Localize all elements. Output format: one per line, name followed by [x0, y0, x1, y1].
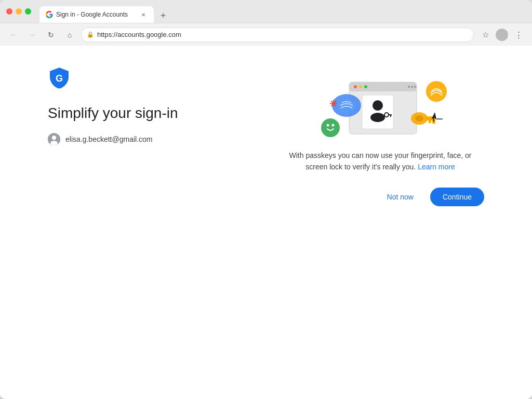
- browser-tab-active[interactable]: Sign in - Google Accounts ✕: [39, 6, 154, 23]
- tab-favicon-icon: [46, 11, 53, 18]
- lock-icon: 🔒: [87, 31, 94, 38]
- user-row: elisa.g.beckett@gmail.com: [48, 133, 245, 145]
- continue-button[interactable]: Continue: [430, 188, 484, 206]
- svg-point-21: [415, 115, 423, 122]
- svg-point-26: [321, 118, 340, 137]
- user-avatar: [48, 133, 60, 145]
- tab-title: Sign in - Google Accounts: [56, 11, 136, 18]
- page-inner: G Simplify your sign-in elisa.g.beckett@…: [17, 46, 515, 227]
- svg-rect-12: [362, 95, 393, 129]
- svg-point-27: [327, 124, 329, 127]
- svg-point-6: [354, 85, 357, 88]
- new-tab-button[interactable]: +: [156, 8, 170, 23]
- title-bar: Sign in - Google Accounts ✕ +: [0, 0, 532, 23]
- left-panel: G Simplify your sign-in elisa.g.beckett@…: [48, 66, 245, 162]
- address-bar[interactable]: 🔒 https://accounts.google.com: [81, 28, 474, 42]
- profile-avatar: [496, 29, 508, 41]
- svg-point-9: [408, 86, 410, 88]
- page-content: G Simplify your sign-in elisa.g.beckett@…: [0, 46, 532, 399]
- svg-point-25: [426, 81, 447, 102]
- url-text: https://accounts.google.com: [97, 31, 468, 38]
- action-buttons: Not now Continue: [276, 188, 484, 206]
- nav-actions: ☆ ⋮: [478, 28, 526, 42]
- svg-rect-24: [429, 121, 431, 123]
- svg-point-11: [414, 86, 416, 88]
- svg-point-8: [364, 85, 367, 88]
- tabs-bar: Sign in - Google Accounts ✕ +: [39, 0, 526, 23]
- svg-point-10: [411, 86, 413, 88]
- not-now-button[interactable]: Not now: [379, 188, 422, 206]
- right-panel: ✳ With passkeys you can now use your fin…: [276, 66, 484, 206]
- svg-text:✳: ✳: [329, 99, 337, 109]
- menu-button[interactable]: ⋮: [511, 28, 526, 42]
- close-window-button[interactable]: [6, 8, 12, 15]
- tab-close-button[interactable]: ✕: [139, 10, 148, 19]
- profile-button[interactable]: [495, 28, 509, 42]
- svg-point-28: [332, 124, 335, 127]
- maximize-window-button[interactable]: [25, 8, 31, 15]
- svg-point-19: [337, 98, 356, 113]
- svg-point-14: [370, 113, 385, 122]
- minimize-window-button[interactable]: [16, 8, 22, 15]
- nav-bar: ← → ↻ ⌂ 🔒 https://accounts.google.com ☆ …: [0, 23, 532, 46]
- bookmark-button[interactable]: ☆: [478, 28, 493, 42]
- svg-point-13: [373, 100, 383, 111]
- traffic-lights: [6, 8, 31, 15]
- content-layout: G Simplify your sign-in elisa.g.beckett@…: [48, 66, 484, 206]
- user-email: elisa.g.beckett@gmail.com: [65, 135, 153, 143]
- home-button[interactable]: ⌂: [62, 28, 77, 42]
- description-text: With passkeys you can now use your finge…: [282, 150, 479, 173]
- browser-window: Sign in - Google Accounts ✕ + ← → ↻ ⌂ 🔒 …: [0, 0, 532, 399]
- page-heading: Simplify your sign-in: [48, 104, 245, 123]
- svg-text:G: G: [56, 73, 63, 84]
- svg-point-2: [52, 136, 56, 140]
- google-shield-icon: G: [48, 66, 71, 89]
- svg-point-7: [359, 85, 362, 88]
- learn-more-link[interactable]: Learn more: [418, 163, 455, 171]
- passkey-illustration: ✳: [308, 66, 453, 150]
- back-button[interactable]: ←: [6, 28, 21, 42]
- forward-button[interactable]: →: [25, 28, 39, 42]
- reload-button[interactable]: ↻: [44, 28, 58, 42]
